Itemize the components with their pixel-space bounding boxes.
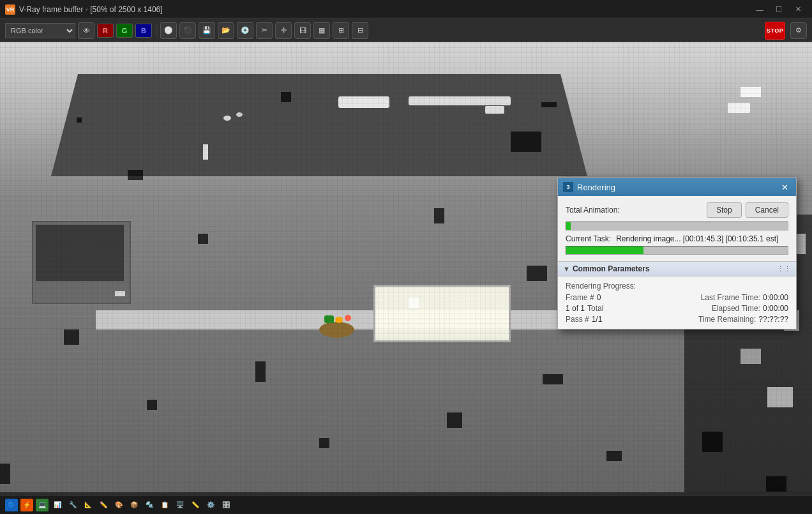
pass-row: Pass # 1/1 [566, 315, 603, 324]
elapsed-time-row: Elapsed Time: 0:00:00 [712, 304, 788, 313]
circle-white-btn[interactable]: ⚪ [160, 22, 177, 39]
taskbar-icon-9[interactable]: 📦 [128, 499, 140, 511]
eye-icon-btn[interactable]: 👁 [78, 22, 94, 39]
collapse-arrow-icon: ▼ [563, 265, 570, 273]
window-title: V-Ray frame buffer - [50% of 2500 x 1406… [19, 5, 163, 14]
toolbar: RGB color 👁 R G B ⚪ ⚫ 💾 📂 💿 ✂ ✛ 🎞 ▦ ⊞ ⊟ … [0, 19, 812, 42]
total-animation-label: Total Animation: [566, 206, 620, 215]
channel-r-button[interactable]: R [97, 24, 114, 38]
params-left-col: Frame # 0 1 of 1 Total Pass # 1/1 [566, 293, 603, 324]
render-dialog: 3 Rendering ✕ Total Animation: Stop Canc… [557, 178, 797, 329]
taskbar-icon-14[interactable]: ⚙️ [204, 499, 217, 511]
close-button[interactable]: ✕ [789, 3, 807, 16]
current-task-text: Rendering image... [00:01:45.3] [00:10:3… [616, 234, 778, 243]
stop-button[interactable]: Stop [707, 202, 742, 218]
last-frame-time-row: Last Frame Time: 0:00:00 [701, 293, 788, 302]
common-params-title: Common Parameters [573, 264, 650, 273]
elapsed-time-val: 0:00:00 [763, 304, 788, 313]
grip-icon: ⋮⋮ [777, 265, 791, 273]
of-row: 1 of 1 Total [566, 304, 603, 313]
rendering-progress-label-row: Rendering Progress: [566, 282, 788, 291]
circle-gray-btn[interactable]: ⚫ [179, 22, 196, 39]
dialog-buttons: Stop Cancel [707, 202, 788, 218]
title-bar-controls: — ☐ ✕ [751, 3, 807, 16]
expand-btn[interactable]: ⊟ [352, 22, 368, 39]
minimize-button[interactable]: — [751, 3, 769, 16]
current-task-label: Current Task: [566, 234, 611, 243]
total-animation-row: Total Animation: Stop Cancel [566, 202, 788, 218]
dialog-close-button[interactable]: ✕ [778, 181, 791, 193]
total-label: Total [587, 304, 603, 313]
pass-label: Pass # [566, 315, 589, 324]
frame-label: Frame # [566, 293, 594, 302]
taskbar-icon-15[interactable]: 🎛️ [220, 499, 232, 511]
dialog-title: Rendering [577, 183, 774, 192]
title-bar: VR V-Ray frame buffer - [50% of 2500 x 1… [0, 0, 812, 19]
elapsed-time-label: Elapsed Time: [712, 304, 760, 313]
folder-btn[interactable]: 📂 [218, 22, 234, 39]
common-params-header[interactable]: ▼ Common Parameters ⋮⋮ [558, 261, 796, 276]
params-right-col: Last Frame Time: 0:00:00 Elapsed Time: 0… [698, 293, 788, 324]
params-body: Rendering Progress: Frame # 0 1 of 1 Tot… [558, 276, 796, 329]
separator-1 [156, 24, 156, 37]
total-progress-fill [566, 222, 571, 230]
taskbar-icon-12[interactable]: 🖥️ [174, 499, 186, 511]
current-progress-bar [566, 246, 788, 255]
layers-btn[interactable]: 🎞 [294, 22, 311, 39]
taskbar-icon-8[interactable]: 🎨 [112, 499, 125, 511]
taskbar-icon-5[interactable]: 🔧 [66, 499, 79, 511]
settings-btn[interactable]: ⚙ [790, 22, 807, 39]
dialog-icon: 3 [563, 182, 573, 192]
taskbar-icon-13[interactable]: 📏 [189, 499, 202, 511]
frame-row: Frame # 0 [566, 293, 603, 302]
dialog-titlebar: 3 Rendering ✕ [558, 178, 796, 196]
stop-render-button[interactable]: STOP [765, 22, 785, 40]
rendering-progress-key: Rendering Progress: [566, 282, 636, 291]
total-progress-bar [566, 222, 788, 231]
current-progress-fill [566, 246, 643, 254]
title-bar-left: VR V-Ray frame buffer - [50% of 2500 x 1… [5, 4, 163, 15]
taskbar-icon-11[interactable]: 📋 [158, 499, 171, 511]
region-btn[interactable]: ▦ [313, 22, 330, 39]
taskbar-icon-3[interactable]: 💻 [36, 499, 49, 511]
channel-g-button[interactable]: G [116, 24, 133, 38]
dialog-body: Total Animation: Stop Cancel Current Tas… [558, 196, 796, 261]
channel-select[interactable]: RGB color [5, 23, 75, 38]
grid-btn[interactable]: ⊞ [333, 22, 349, 39]
taskbar-icon-10[interactable]: 🔩 [143, 499, 156, 511]
frame-value: 0 [597, 293, 601, 302]
maximize-button[interactable]: ☐ [770, 3, 788, 16]
last-frame-time-val: 0:00:00 [763, 293, 788, 302]
save-btn[interactable]: 💾 [199, 22, 215, 39]
time-remaining-label: Time Remaining: [698, 315, 756, 324]
of-value: 1 of 1 [566, 304, 585, 313]
app-icon: VR [5, 4, 15, 15]
taskbar: 🔵 ⚡ 💻 📊 🔧 📐 ✏️ 🎨 📦 🔩 📋 🖥️ 📏 ⚙️ 🎛️ [0, 495, 812, 514]
last-frame-time-label: Last Frame Time: [701, 293, 760, 302]
channel-b-button[interactable]: B [135, 24, 152, 38]
move-btn[interactable]: ✛ [275, 22, 292, 39]
current-task-row: Current Task: Rendering image... [00:01:… [566, 234, 788, 243]
disc-btn[interactable]: 💿 [237, 22, 253, 39]
crop-btn[interactable]: ✂ [256, 22, 273, 39]
taskbar-icon-4[interactable]: 📊 [51, 499, 64, 511]
taskbar-icon-7[interactable]: ✏️ [97, 499, 110, 511]
params-columns: Frame # 0 1 of 1 Total Pass # 1/1 Last F… [566, 293, 788, 324]
pass-value: 1/1 [592, 315, 603, 324]
time-remaining-val: ??:??:?? [758, 315, 788, 324]
taskbar-icon-6[interactable]: 📐 [82, 499, 94, 511]
cancel-button[interactable]: Cancel [746, 202, 788, 218]
time-remaining-row: Time Remaining: ??:??:?? [698, 315, 788, 324]
taskbar-icon-2[interactable]: ⚡ [20, 499, 33, 511]
taskbar-icon-1[interactable]: 🔵 [5, 499, 18, 511]
